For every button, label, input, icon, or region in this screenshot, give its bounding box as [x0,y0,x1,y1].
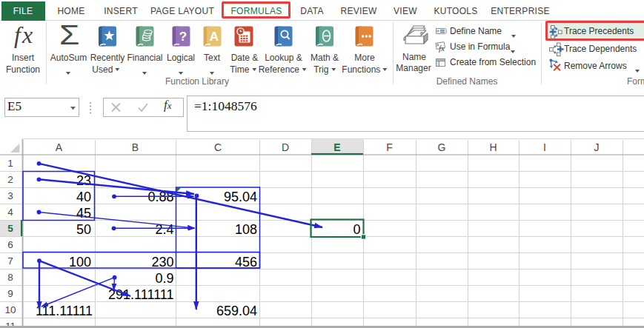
svg-text:?: ? [179,30,187,44]
svg-text:230: 230 [151,255,173,270]
svg-text:D: D [282,141,289,153]
svg-text:I: I [543,141,546,153]
svg-text:C: C [214,141,222,153]
svg-text:291.111111: 291.111111 [108,287,173,302]
svg-text:A: A [210,30,219,44]
svg-text:9: 9 [7,287,13,298]
svg-text:6: 6 [7,238,13,250]
svg-text:3: 3 [7,190,13,201]
svg-text:95.04: 95.04 [224,190,257,204]
svg-text:4: 4 [7,206,13,217]
svg-text:5: 5 [7,222,13,233]
svg-text:G: G [438,141,446,153]
svg-text:B: B [132,141,139,153]
svg-text:456: 456 [235,255,257,270]
svg-text:2: 2 [7,173,13,184]
svg-text:100: 100 [69,255,91,270]
svg-text:45: 45 [76,206,91,221]
svg-text:fx: fx [439,43,445,52]
svg-text:659.04: 659.04 [216,304,257,318]
svg-text:108: 108 [235,222,257,237]
svg-text:A: A [56,141,63,153]
svg-text:50: 50 [76,222,91,237]
svg-text:J: J [594,141,600,153]
svg-text:F: F [386,141,393,153]
svg-text:H: H [489,141,497,153]
svg-text:0: 0 [353,222,360,237]
svg-text:0.9: 0.9 [155,271,173,286]
svg-text:E: E [333,141,340,153]
svg-text:40: 40 [76,190,91,204]
svg-text:10: 10 [4,304,16,315]
svg-text:1: 1 [7,157,13,168]
svg-text:7: 7 [7,255,13,266]
svg-text:8: 8 [7,271,13,282]
